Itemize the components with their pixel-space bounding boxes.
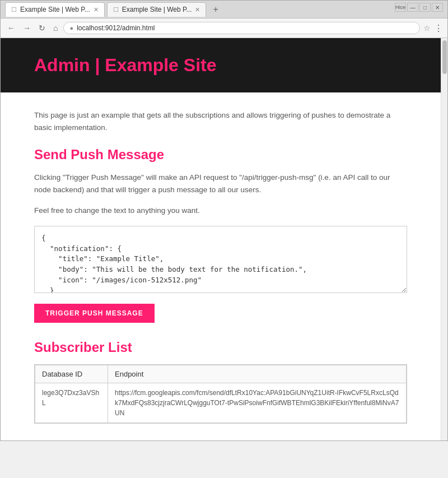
menu-button[interactable]: ⋮: [434, 23, 443, 34]
push-section-heading: Send Push Message: [34, 147, 407, 163]
browser-toolbar: ← → ↻ ⌂ ● ☆ ⋮: [1, 18, 447, 38]
lock-icon: ●: [69, 25, 73, 31]
tab-label-1: Example Site | Web P...: [20, 6, 90, 13]
push-message-textarea[interactable]: { "notification": { "title": "Example Ti…: [34, 226, 407, 293]
browser-tab-2[interactable]: ☐ Example Site | Web P... ✕: [107, 2, 207, 17]
tab-close-1[interactable]: ✕: [94, 6, 99, 13]
scrollbar-thumb[interactable]: [442, 40, 447, 74]
tab-close-2[interactable]: ✕: [195, 6, 200, 13]
window-controls: Hice — □ ✕: [395, 3, 443, 12]
scrollbar[interactable]: [441, 38, 447, 440]
subscriber-table: Database ID Endpoint lege3Q7Dxz3aVShL ht…: [35, 365, 407, 423]
cell-database-id: lege3Q7Dxz3aVShL: [35, 383, 108, 423]
page-body: This page is just an example that gets a…: [1, 92, 441, 440]
subscriber-section: Subscriber List Database ID Endpoint: [34, 340, 407, 424]
win-close-btn[interactable]: ✕: [432, 3, 443, 12]
browser-content-wrapper: Admin | Example Site This page is just a…: [1, 38, 447, 440]
table-row: lege3Q7Dxz3aVShL https://fcm.googleapis.…: [35, 383, 407, 423]
browser-window: ☐ Example Site | Web P... ✕ ☐ Example Si…: [0, 0, 448, 441]
home-button[interactable]: ⌂: [51, 22, 60, 34]
tab-label-2: Example Site | Web P...: [122, 6, 192, 13]
page-header: Admin | Example Site: [1, 38, 441, 92]
cell-endpoint: https://fcm.googleapis.com/fcm/send/dfLt…: [108, 383, 407, 423]
col-header-endpoint: Endpoint: [108, 365, 407, 383]
refresh-button[interactable]: ↻: [36, 22, 48, 34]
push-info-2: Feel free to change the text to anything…: [34, 205, 407, 217]
address-bar[interactable]: ●: [63, 22, 420, 34]
forward-button[interactable]: →: [21, 22, 33, 34]
trigger-push-button[interactable]: TRIGGER PUSH MESSAGE: [34, 304, 155, 323]
browser-tab-1[interactable]: ☐ Example Site | Web P... ✕: [5, 2, 105, 17]
browser-content: Admin | Example Site This page is just a…: [1, 38, 441, 440]
page-title: Admin | Example Site: [34, 55, 407, 76]
page-description: This page is just an example that gets a…: [34, 109, 407, 133]
page-icon-1: ☐: [11, 6, 17, 13]
win-minimize-btn[interactable]: —: [407, 3, 418, 12]
browser-titlebar: ☐ Example Site | Web P... ✕ ☐ Example Si…: [1, 1, 447, 18]
table-header-row: Database ID Endpoint: [35, 365, 407, 383]
push-info-1: Clicking "Trigger Push Message" will mak…: [34, 171, 407, 196]
col-header-id: Database ID: [35, 365, 108, 383]
page-icon-2: ☐: [113, 6, 119, 13]
subscriber-heading: Subscriber List: [34, 340, 407, 355]
win-maximize-btn[interactable]: □: [419, 3, 431, 12]
back-button[interactable]: ←: [5, 22, 17, 34]
address-input[interactable]: [77, 24, 414, 32]
win-hice-btn[interactable]: Hice: [395, 3, 406, 12]
bookmark-button[interactable]: ☆: [423, 24, 431, 33]
subscriber-table-container: Database ID Endpoint lege3Q7Dxz3aVShL ht…: [34, 364, 407, 424]
new-tab-button[interactable]: +: [208, 2, 222, 17]
